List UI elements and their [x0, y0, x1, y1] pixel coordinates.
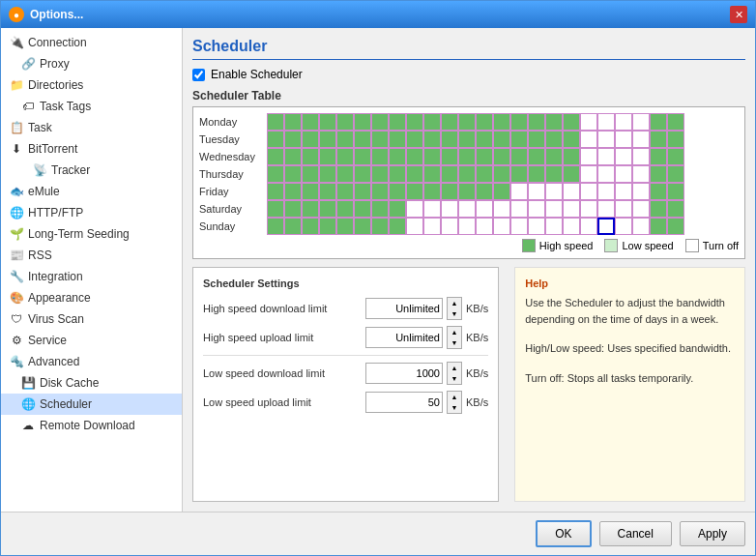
sidebar-item-directories[interactable]: 📁 Directories [1, 74, 182, 96]
cell[interactable] [667, 183, 684, 200]
cell[interactable] [528, 183, 545, 200]
spin-down[interactable]: ▼ [448, 337, 461, 348]
cell[interactable] [580, 148, 597, 165]
cell[interactable] [597, 200, 615, 218]
cell[interactable] [476, 165, 493, 183]
cell[interactable] [423, 165, 441, 183]
sidebar-item-virus-scan[interactable]: 🛡 Virus Scan [1, 308, 182, 330]
cell[interactable] [389, 183, 406, 200]
cell[interactable] [632, 218, 650, 235]
cell[interactable] [406, 131, 423, 148]
cell[interactable] [667, 131, 684, 148]
cell[interactable] [510, 183, 528, 200]
cell[interactable] [476, 131, 493, 148]
cell[interactable] [580, 113, 597, 131]
cell[interactable] [528, 200, 545, 218]
cell[interactable] [302, 183, 319, 200]
cell[interactable] [441, 131, 458, 148]
cell[interactable] [615, 131, 632, 148]
low-speed-ul-input[interactable] [365, 392, 443, 413]
cell[interactable] [354, 165, 371, 183]
cell[interactable] [423, 183, 441, 200]
cell[interactable] [510, 200, 528, 218]
cell[interactable] [336, 200, 354, 218]
cell[interactable] [284, 200, 302, 218]
cell[interactable] [545, 148, 563, 165]
sidebar-item-emule[interactable]: 🐟 eMule [1, 181, 182, 202]
cell[interactable] [563, 218, 580, 235]
cell[interactable] [336, 218, 354, 235]
cell[interactable] [354, 148, 371, 165]
cell[interactable] [458, 148, 476, 165]
cell[interactable] [336, 131, 354, 148]
cell[interactable] [510, 165, 528, 183]
cell[interactable] [302, 218, 319, 235]
high-speed-ul-input[interactable] [365, 327, 443, 348]
cell[interactable] [528, 218, 545, 235]
cell[interactable] [528, 165, 545, 183]
cell[interactable] [336, 113, 354, 131]
cell[interactable] [667, 148, 684, 165]
cell[interactable] [458, 131, 476, 148]
cell[interactable] [510, 131, 528, 148]
cell[interactable] [354, 113, 371, 131]
cell[interactable] [302, 200, 319, 218]
sidebar-item-appearance[interactable]: 🎨 Appearance [1, 287, 182, 308]
high-speed-dl-input[interactable] [365, 298, 443, 319]
cell[interactable] [336, 183, 354, 200]
cell[interactable] [371, 113, 389, 131]
cell[interactable] [319, 165, 336, 183]
cell[interactable] [354, 218, 371, 235]
sidebar-item-task-tags[interactable]: 🏷 Task Tags [1, 96, 182, 117]
cell[interactable] [580, 165, 597, 183]
cell[interactable] [371, 165, 389, 183]
cell[interactable] [493, 165, 510, 183]
cell[interactable] [580, 200, 597, 218]
cell[interactable] [441, 113, 458, 131]
cell[interactable] [354, 131, 371, 148]
cell[interactable] [510, 218, 528, 235]
cell[interactable] [371, 183, 389, 200]
cell[interactable] [389, 148, 406, 165]
spin-down[interactable]: ▼ [448, 402, 461, 413]
cell[interactable] [476, 113, 493, 131]
cell[interactable] [580, 131, 597, 148]
cell[interactable] [302, 131, 319, 148]
cell[interactable] [667, 165, 684, 183]
cell[interactable] [267, 165, 284, 183]
spin-up[interactable]: ▲ [448, 363, 461, 373]
cell[interactable] [493, 218, 510, 235]
cell[interactable] [371, 148, 389, 165]
cell[interactable] [441, 218, 458, 235]
cell[interactable] [284, 183, 302, 200]
cell[interactable] [389, 131, 406, 148]
cell[interactable] [632, 148, 650, 165]
cell[interactable] [267, 218, 284, 235]
sidebar-item-remote-download[interactable]: ☁ Remote Download [1, 415, 182, 436]
cell[interactable] [389, 165, 406, 183]
cell[interactable] [632, 183, 650, 200]
ok-button[interactable]: OK [536, 520, 591, 547]
cell[interactable] [650, 113, 667, 131]
cell[interactable] [563, 183, 580, 200]
sidebar-item-http-ftp[interactable]: 🌐 HTTP/FTP [1, 202, 182, 223]
cell[interactable] [528, 113, 545, 131]
cell[interactable] [615, 165, 632, 183]
cell[interactable] [406, 113, 423, 131]
cell[interactable] [528, 148, 545, 165]
cell[interactable] [284, 113, 302, 131]
cell[interactable] [597, 165, 615, 183]
cell[interactable] [650, 200, 667, 218]
cell[interactable] [632, 165, 650, 183]
cell[interactable] [667, 200, 684, 218]
cell[interactable] [667, 218, 684, 235]
cell[interactable] [406, 148, 423, 165]
cell[interactable] [580, 218, 597, 235]
cell[interactable] [510, 113, 528, 131]
cell[interactable] [406, 183, 423, 200]
cell[interactable] [597, 131, 615, 148]
cell[interactable] [302, 113, 319, 131]
cell[interactable] [423, 218, 441, 235]
cell[interactable] [545, 218, 563, 235]
spin-down[interactable]: ▼ [448, 373, 461, 384]
